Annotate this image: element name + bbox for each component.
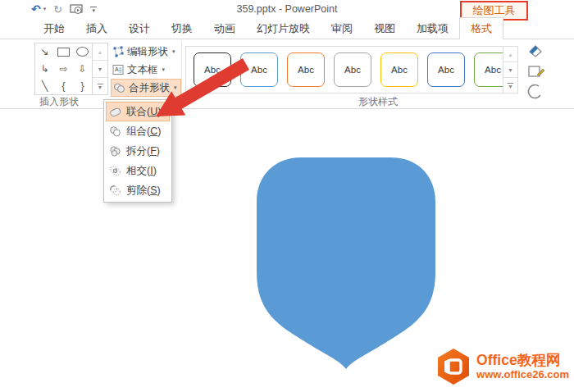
text-box-button[interactable]: A 文本框 ▾	[111, 61, 181, 79]
merge-shapes-label: 合并形状	[129, 81, 170, 95]
shape-style-preset[interactable]: Abc	[194, 52, 231, 87]
shape-styles-group-label: 形状样式	[321, 95, 435, 109]
shape-oval-icon[interactable]	[73, 43, 92, 61]
shape-outline-icon[interactable]	[526, 63, 545, 80]
subtract-icon	[109, 185, 121, 197]
fragment-icon	[109, 145, 121, 157]
tab-animations[interactable]: 动画	[203, 18, 246, 39]
styles-gallery-more-button[interactable]: ▼	[503, 78, 517, 93]
styles-scroll-down-button[interactable]: ▼	[503, 62, 517, 78]
shapes-scroll-up-button[interactable]: ▲	[93, 43, 107, 61]
shape-left-brace-icon[interactable]: {	[54, 77, 73, 94]
tab-addins[interactable]: 加载项	[406, 18, 459, 39]
merge-shapes-icon	[113, 82, 125, 93]
ribbon: ↘ ↳ ⇨ ⇩ ╲ { } ▲ ▼ ▼ 编	[0, 39, 574, 109]
styles-scroll-up-button[interactable]: ▲	[503, 47, 517, 62]
title-bar: ↶ ▾ ↻ ▾ 359.pptx - PowerPoint 绘图工具	[0, 0, 574, 18]
tab-slideshow[interactable]: 幻灯片放映	[246, 18, 321, 39]
tab-design[interactable]: 设计	[118, 18, 161, 39]
shape-style-preset[interactable]: Abc	[240, 52, 278, 87]
menu-item-union[interactable]: 联合(U)	[106, 102, 170, 121]
styles-gallery-scrollbar: ▲ ▼ ▼	[503, 46, 518, 93]
edit-shape-label: 编辑形状	[127, 45, 168, 59]
shape-elbow-connector-icon[interactable]: ↳	[35, 61, 54, 78]
chevron-down-icon: ▾	[162, 66, 166, 73]
menu-item-intersect[interactable]: 相交(I)	[106, 161, 170, 180]
shape-curve-icon[interactable]: ╲	[35, 77, 54, 94]
merge-shapes-button[interactable]: 合并形状 ▾	[111, 79, 181, 97]
tab-review[interactable]: 审阅	[321, 18, 363, 39]
balloon-path	[257, 157, 435, 369]
union-icon	[109, 106, 121, 118]
combine-icon	[109, 125, 121, 138]
menu-item-combine[interactable]: 组合(C)	[106, 121, 170, 141]
watermark-logo: Office教程网 www.office26.com	[436, 348, 569, 385]
menu-item-fragment[interactable]: 拆分(F)	[106, 141, 170, 161]
shape-styles-gallery: Abc Abc Abc Abc Abc Abc Abc	[185, 46, 503, 93]
chevron-down-icon: ▾	[174, 84, 177, 91]
shape-style-preset[interactable]: Abc	[287, 52, 325, 87]
merge-shapes-menu: 联合(U) 组合(C) 拆分(F) 相交(I) 剪除(S)	[103, 99, 172, 203]
shape-line-icon[interactable]: ↘	[35, 43, 54, 61]
watermark-url[interactable]: www.office26.com	[476, 369, 569, 381]
tab-home[interactable]: 开始	[33, 18, 75, 39]
tab-insert[interactable]: 插入	[75, 18, 118, 39]
intersect-icon	[109, 165, 121, 177]
shape-right-brace-icon[interactable]: }	[73, 77, 92, 94]
shape-style-preset[interactable]: Abc	[334, 52, 371, 87]
shape-down-arrow-icon[interactable]: ⇩	[73, 61, 92, 78]
office-hexagon-icon	[436, 348, 471, 385]
shape-style-preset[interactable]: Abc	[427, 52, 465, 87]
edit-shape-button[interactable]: 编辑形状 ▾	[111, 43, 181, 61]
tab-format[interactable]: 格式	[459, 17, 503, 39]
text-box-icon: A	[112, 64, 124, 75]
edit-shape-icon	[112, 46, 124, 57]
shape-right-arrow-icon[interactable]: ⇨	[54, 61, 73, 78]
shapes-gallery-more-button[interactable]: ▼	[93, 78, 107, 94]
svg-text:A: A	[115, 66, 119, 72]
shape-rectangle-icon[interactable]	[54, 43, 73, 61]
watermark-brand: Office教程网	[476, 353, 569, 367]
ribbon-tab-row: 开始 插入 设计 切换 动画 幻灯片放映 审阅 视图 加载项 格式	[0, 18, 574, 39]
chevron-down-icon: ▾	[172, 48, 175, 55]
text-box-label: 文本框	[127, 63, 158, 77]
insert-shapes-gallery: ↘ ↳ ⇨ ⇩ ╲ { } ▲ ▼ ▼	[34, 43, 108, 95]
blue-balloon-shape[interactable]	[257, 157, 435, 369]
shape-style-preset[interactable]: Abc	[380, 52, 418, 87]
menu-item-subtract[interactable]: 剪除(S)	[106, 180, 170, 200]
shape-fill-icon[interactable]	[526, 43, 545, 60]
tab-view[interactable]: 视图	[363, 18, 406, 39]
shapes-scroll-down-button[interactable]: ▼	[93, 61, 107, 78]
tab-transitions[interactable]: 切换	[161, 18, 203, 39]
insert-shapes-group-label: 插入形状	[39, 95, 79, 109]
shape-effects-icon[interactable]	[526, 83, 545, 99]
